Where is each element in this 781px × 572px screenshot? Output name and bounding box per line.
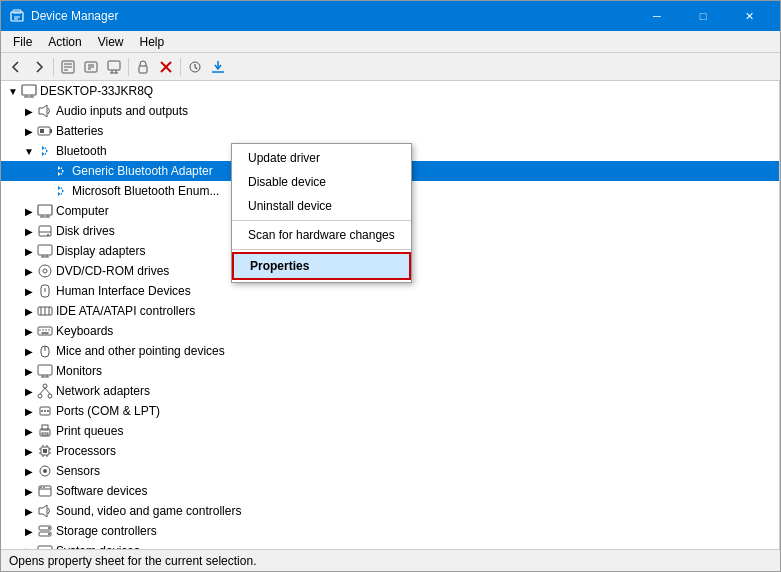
dvd-expand[interactable]: ▶ (21, 263, 37, 279)
computer-tree-icon (37, 203, 53, 219)
scan-button[interactable] (184, 56, 206, 78)
svg-rect-75 (42, 433, 48, 435)
forward-button[interactable] (28, 56, 50, 78)
hid-expand[interactable]: ▶ (21, 283, 37, 299)
properties-button[interactable] (57, 56, 79, 78)
svg-point-70 (41, 410, 43, 412)
tree-item-network[interactable]: ▶ Network adapters (1, 381, 779, 401)
update-driver-button[interactable] (80, 56, 102, 78)
tree-item-storage[interactable]: ▶ Storage controllers (1, 521, 779, 541)
bluetooth-folder-icon (37, 143, 53, 159)
menu-file[interactable]: File (5, 33, 40, 51)
ms-bt-icon (53, 183, 69, 199)
bluetooth-expand[interactable]: ▼ (21, 143, 37, 159)
sensors-icon (37, 463, 53, 479)
sound-expand[interactable]: ▶ (21, 503, 37, 519)
svg-point-44 (39, 265, 51, 277)
svg-rect-16 (139, 66, 147, 73)
batteries-expand[interactable]: ▶ (21, 123, 37, 139)
display-label: Display adapters (56, 244, 145, 258)
computer-icon (21, 83, 37, 99)
tree-item-mice[interactable]: ▶ Mice and other pointing devices (1, 341, 779, 361)
ide-expand[interactable]: ▶ (21, 303, 37, 319)
tree-item-system[interactable]: ▶ System devices (1, 541, 779, 549)
svg-marker-30 (42, 146, 48, 156)
keyboard-expand[interactable]: ▶ (21, 323, 37, 339)
tree-item-software[interactable]: ▶ Software devices (1, 481, 779, 501)
ctx-disable-device[interactable]: Disable device (232, 170, 411, 194)
device-tree-pane[interactable]: ▼ DESKTOP-33JKR8Q ▶ (1, 81, 780, 549)
svg-marker-26 (39, 105, 47, 117)
mice-label: Mice and other pointing devices (56, 344, 225, 358)
close-button[interactable]: ✕ (726, 1, 772, 31)
minimize-button[interactable]: ─ (634, 1, 680, 31)
system-expand[interactable]: ▶ (21, 543, 37, 549)
root-expand-arrow[interactable]: ▼ (5, 83, 21, 99)
system-icon (37, 543, 53, 549)
menu-view[interactable]: View (90, 33, 132, 51)
tree-item-sound[interactable]: ▶ Sound, video and game controllers (1, 501, 779, 521)
svg-rect-22 (22, 85, 36, 95)
display-button[interactable] (103, 56, 125, 78)
generic-bt-label: Generic Bluetooth Adapter (72, 164, 213, 178)
tree-item-print[interactable]: ▶ Print queues (1, 421, 779, 441)
monitors-expand[interactable]: ▶ (21, 363, 37, 379)
back-button[interactable] (5, 56, 27, 78)
tree-item-ports[interactable]: ▶ Ports (COM & LPT) (1, 401, 779, 421)
title-bar: Device Manager ─ □ ✕ (1, 1, 780, 31)
ctx-scan-hardware[interactable]: Scan for hardware changes (232, 223, 411, 247)
computer-label: Computer (56, 204, 109, 218)
print-expand[interactable]: ▶ (21, 423, 37, 439)
ports-icon (37, 403, 53, 419)
svg-point-96 (48, 533, 50, 535)
download-button[interactable] (207, 56, 229, 78)
uninstall-button[interactable] (155, 56, 177, 78)
processors-expand[interactable]: ▶ (21, 443, 37, 459)
tree-item-keyboard[interactable]: ▶ Keyboards (1, 321, 779, 341)
software-label: Software devices (56, 484, 147, 498)
app-icon (9, 8, 25, 24)
bluetooth-label: Bluetooth (56, 144, 107, 158)
ctx-update-driver[interactable]: Update driver (232, 146, 411, 170)
audio-icon (37, 103, 53, 119)
svg-point-45 (43, 269, 47, 273)
display-expand[interactable]: ▶ (21, 243, 37, 259)
svg-marker-31 (58, 166, 64, 176)
hid-label: Human Interface Devices (56, 284, 191, 298)
tree-root[interactable]: ▼ DESKTOP-33JKR8Q (1, 81, 779, 101)
ports-expand[interactable]: ▶ (21, 403, 37, 419)
disk-icon (37, 223, 53, 239)
battery-icon (37, 123, 53, 139)
sensors-expand[interactable]: ▶ (21, 463, 37, 479)
software-expand[interactable]: ▶ (21, 483, 37, 499)
network-expand[interactable]: ▶ (21, 383, 37, 399)
mice-expand[interactable]: ▶ (21, 343, 37, 359)
svg-point-87 (43, 469, 47, 473)
sensors-label: Sensors (56, 464, 100, 478)
storage-expand[interactable]: ▶ (21, 523, 37, 539)
svg-point-72 (47, 410, 49, 412)
ctx-properties[interactable]: Properties (232, 252, 411, 280)
keyboard-label: Keyboards (56, 324, 113, 338)
tree-item-hid[interactable]: ▶ Human Interface Devices (1, 281, 779, 301)
maximize-button[interactable]: □ (680, 1, 726, 31)
menu-help[interactable]: Help (132, 33, 173, 51)
tree-item-ide[interactable]: ▶ IDE ATA/ATAPI controllers (1, 301, 779, 321)
svg-point-65 (38, 394, 42, 398)
tree-item-sensors[interactable]: ▶ Sensors (1, 461, 779, 481)
tree-item-processors[interactable]: ▶ Processors (1, 441, 779, 461)
menu-action[interactable]: Action (40, 33, 89, 51)
tree-item-audio[interactable]: ▶ Audio inputs and outputs (1, 101, 779, 121)
ctx-uninstall-device[interactable]: Uninstall device (232, 194, 411, 218)
storage-icon (37, 523, 53, 539)
svg-rect-52 (38, 327, 52, 335)
menu-bar: File Action View Help (1, 31, 780, 53)
lock-button[interactable] (132, 56, 154, 78)
window-controls: ─ □ ✕ (634, 1, 772, 31)
disk-expand[interactable]: ▶ (21, 223, 37, 239)
svg-rect-29 (40, 129, 44, 133)
tree-item-batteries[interactable]: ▶ Batteries (1, 121, 779, 141)
tree-item-monitors[interactable]: ▶ Monitors (1, 361, 779, 381)
computer-expand[interactable]: ▶ (21, 203, 37, 219)
audio-expand[interactable]: ▶ (21, 103, 37, 119)
